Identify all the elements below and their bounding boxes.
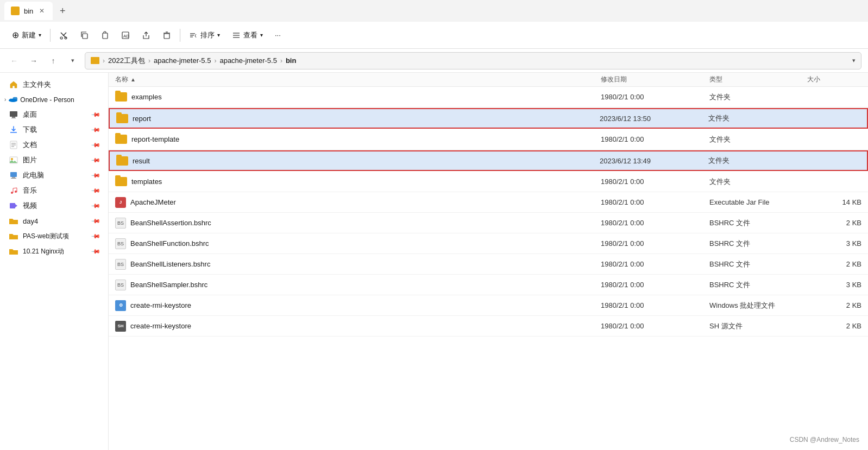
sidebar-item-download[interactable]: 下载 📌: [2, 122, 106, 137]
view-button[interactable]: 查看 ▾: [227, 27, 268, 43]
file-date-templates: 1980/2/1 0:00: [601, 178, 709, 186]
new-button[interactable]: ⊕ 新建 ▾: [7, 27, 47, 43]
breadcrumb-part-2[interactable]: apache-jmeter-5.5: [154, 56, 211, 65]
file-name-examples: examples: [131, 93, 601, 101]
sidebar-item-nginx[interactable]: 10.21 Nginx动 📌: [2, 244, 106, 259]
svg-rect-20: [11, 118, 16, 118]
sort-arrow: ▲: [130, 77, 136, 83]
sidebar-item-home[interactable]: 主文件夹: [2, 77, 106, 92]
view-icon: [232, 31, 241, 40]
header-name[interactable]: 名称 ▲: [115, 75, 601, 84]
sidebar-item-docs[interactable]: 文档 📌: [2, 137, 106, 153]
pin-icon-docs: 📌: [90, 140, 100, 150]
forward-button[interactable]: →: [26, 53, 41, 68]
folder-icon-report: [116, 114, 128, 123]
sidebar-item-video[interactable]: 视频 📌: [2, 198, 106, 213]
header-type[interactable]: 类型: [709, 75, 807, 84]
pin-icon-day4: 📌: [90, 216, 100, 226]
breadcrumb-sep-4: ›: [280, 57, 282, 65]
file-row-rmi-sh[interactable]: SH create-rmi-keystore 1980/2/1 0:00 SH …: [109, 316, 868, 337]
breadcrumb[interactable]: › 2022工具包 › apache-jmeter-5.5 › apache-j…: [85, 52, 861, 69]
file-type-examples: 文件夹: [709, 92, 807, 102]
file-row-result[interactable]: result 2023/6/12 13:49 文件夹: [109, 150, 868, 171]
file-date-rmi-bat: 1980/2/1 0:00: [601, 301, 709, 309]
header-type-label: 类型: [709, 75, 722, 83]
new-tab-button[interactable]: +: [55, 3, 70, 18]
svg-rect-19: [12, 117, 15, 118]
file-row-report[interactable]: report 2023/6/12 13:50 文件夹: [109, 108, 868, 129]
sidebar-pas-label: PAS-web测试项: [23, 232, 69, 241]
file-row-report-template[interactable]: report-template 1980/2/1 0:00 文件夹: [109, 129, 868, 150]
file-row-templates[interactable]: templates 1980/2/1 0:00 文件夹: [109, 172, 868, 192]
sidebar-item-day4[interactable]: day4 📌: [2, 213, 106, 229]
file-row-bslisteners[interactable]: BS BeanShellListeners.bshrc 1980/2/1 0:0…: [109, 254, 868, 275]
cut-icon: [59, 31, 68, 40]
home-icon: [9, 80, 18, 90]
svg-rect-18: [10, 111, 17, 117]
sidebar-item-pictures[interactable]: 图片 📌: [2, 153, 106, 168]
file-size-bslisteners: 2 KB: [807, 260, 861, 268]
breadcrumb-sep-1: ›: [103, 57, 105, 65]
sort-icon: [189, 31, 198, 40]
active-tab[interactable]: bin ✕: [4, 2, 53, 20]
file-row-apachejmeter[interactable]: J ApacheJMeter 1980/2/1 0:00 Executable …: [109, 192, 868, 213]
file-row-bsassertion[interactable]: BS BeanShellAssertion.bshrc 1980/2/1 0:0…: [109, 213, 868, 233]
file-row-bssampler[interactable]: BS BeanShellSampler.bshrc 1980/2/1 0:00 …: [109, 275, 868, 295]
sidebar-docs-label: 文档: [23, 140, 37, 150]
file-list-header: 名称 ▲ 修改日期 类型 大小: [109, 73, 868, 87]
nginx-folder-icon: [9, 246, 18, 256]
file-size-bsfunction: 3 KB: [807, 239, 861, 248]
file-name-templates: templates: [131, 178, 601, 186]
breadcrumb-part-3[interactable]: apache-jmeter-5.5: [219, 56, 277, 65]
header-name-label: 名称: [115, 75, 128, 84]
new-chevron: ▾: [39, 32, 41, 38]
expand-nav-button[interactable]: ▾: [65, 53, 80, 68]
file-type-apachejmeter: Executable Jar File: [709, 198, 807, 206]
sidebar-onedrive-expand[interactable]: › OneDrive - Person: [0, 92, 108, 107]
rename-button[interactable]: AD: [116, 28, 135, 43]
new-icon: ⊕: [12, 30, 19, 40]
delete-icon: [162, 31, 171, 40]
sort-button[interactable]: 排序 ▾: [184, 27, 225, 43]
sidebar-item-computer[interactable]: 此电脑 📌: [2, 168, 106, 183]
download-icon: [9, 125, 18, 135]
sidebar-onedrive-label: OneDrive - Person: [20, 96, 74, 104]
sidebar-item-desktop[interactable]: 桌面 📌: [2, 107, 106, 122]
more-button[interactable]: ···: [269, 28, 286, 42]
sidebar-item-pas[interactable]: PAS-web测试项 📌: [2, 229, 106, 244]
breadcrumb-part-4[interactable]: bin: [286, 56, 297, 65]
pin-icon-music: 📌: [90, 185, 100, 195]
folder-icon-examples: [115, 92, 127, 102]
file-name-apachejmeter: ApacheJMeter: [130, 198, 601, 206]
svg-rect-8: [164, 34, 169, 39]
paste-button[interactable]: [95, 28, 115, 43]
sidebar-video-label: 视频: [23, 201, 37, 211]
file-area: 名称 ▲ 修改日期 类型 大小 examples 1980/2/1 0:00 文…: [109, 73, 868, 450]
svg-marker-34: [15, 204, 17, 207]
file-row-bsfunction[interactable]: BS BeanShellFunction.bshrc 1980/2/1 0:00…: [109, 233, 868, 254]
share-button[interactable]: [136, 28, 156, 43]
file-date-bsassertion: 1980/2/1 0:00: [601, 219, 709, 227]
svg-point-2: [60, 37, 62, 39]
header-size-label: 大小: [807, 75, 820, 83]
file-date-report: 2023/6/12 13:50: [600, 115, 708, 123]
desktop-icon: [9, 110, 18, 119]
cut-button[interactable]: [54, 28, 73, 43]
breadcrumb-folder-icon: [91, 57, 99, 64]
breadcrumb-part-1[interactable]: 2022工具包: [108, 56, 145, 66]
file-row-rmi-bat[interactable]: ⚙ create-rmi-keystore 1980/2/1 0:00 Wind…: [109, 295, 868, 316]
pin-icon-nginx: 📌: [90, 246, 100, 256]
sidebar-item-music[interactable]: 音乐 📌: [2, 183, 106, 198]
copy-button[interactable]: [74, 28, 94, 43]
svg-point-27: [11, 158, 13, 160]
file-row-examples[interactable]: examples 1980/2/1 0:00 文件夹: [109, 87, 868, 107]
up-button[interactable]: ↑: [46, 53, 61, 68]
onedrive-icon: [8, 95, 18, 104]
file-name-bssampler: BeanShellSampler.bshrc: [130, 281, 601, 289]
tab-close-button[interactable]: ✕: [37, 7, 46, 15]
delete-button[interactable]: [157, 28, 177, 43]
header-date[interactable]: 修改日期: [601, 75, 709, 84]
file-name-report-template: report-template: [131, 135, 601, 143]
header-size[interactable]: 大小: [807, 75, 861, 84]
back-button[interactable]: ←: [7, 53, 22, 68]
